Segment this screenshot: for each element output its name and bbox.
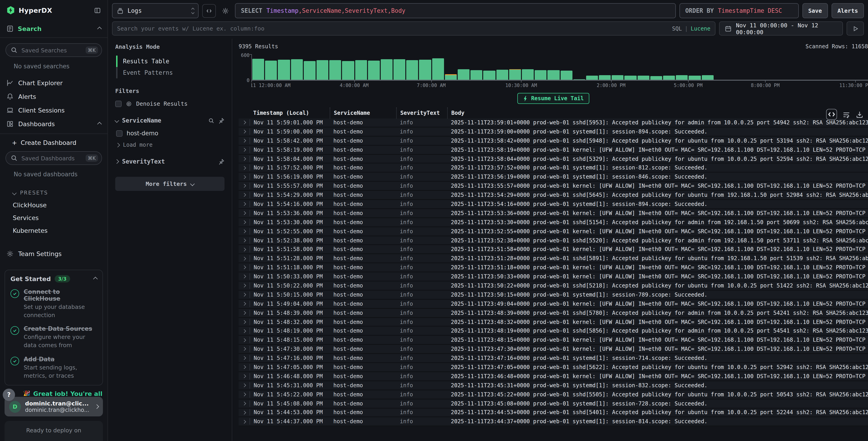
- table-row[interactable]: Nov 11 5:44:37.000 PMhost-demoinfo2025-1…: [239, 417, 868, 427]
- histogram-bar[interactable]: [765, 54, 778, 80]
- expand-row-icon[interactable]: [239, 330, 250, 332]
- table-row[interactable]: Nov 11 5:59:00.000 PMhost-demoinfo2025-1…: [239, 127, 868, 137]
- expand-row-icon[interactable]: [239, 366, 250, 368]
- histogram-bar[interactable]: [354, 54, 367, 80]
- histogram-bar[interactable]: [791, 54, 804, 80]
- table-row[interactable]: Nov 11 5:58:42.000 PMhost-demoinfo2025-1…: [239, 137, 868, 146]
- expand-row-icon[interactable]: [239, 393, 250, 396]
- expand-row-icon[interactable]: [239, 230, 250, 233]
- filter-value-host-demo[interactable]: host-demo: [116, 130, 224, 137]
- histogram-bar[interactable]: [290, 54, 303, 80]
- denoise-checkbox[interactable]: Denoise Results: [115, 100, 224, 107]
- events-histogram[interactable]: 600 0 Nov 11 12:00:00 AM4:00:00 AM7:00:0…: [239, 54, 868, 88]
- pin-icon[interactable]: [218, 117, 224, 124]
- table-row[interactable]: Nov 11 5:53:36.000 PMhost-demoinfo2025-1…: [239, 209, 868, 218]
- expand-row-icon[interactable]: [239, 185, 250, 187]
- column-header-severitytext[interactable]: SeverityText: [396, 108, 447, 118]
- table-row[interactable]: Nov 11 5:47:30.000 PMhost-demoinfo2025-1…: [239, 345, 868, 354]
- histogram-bar[interactable]: [637, 54, 650, 80]
- preset-clickhouse[interactable]: ClickHouse: [0, 199, 107, 211]
- expand-row-icon[interactable]: [239, 348, 250, 350]
- time-range-picker[interactable]: Nov 11 00:00:00 - Nov 12 00:00:00: [719, 22, 843, 35]
- table-row[interactable]: Nov 11 5:58:04.000 PMhost-demoinfo2025-1…: [239, 155, 868, 164]
- wrap-lines-button[interactable]: [842, 111, 850, 118]
- histogram-bar[interactable]: [470, 54, 483, 80]
- table-row[interactable]: Nov 11 5:50:22.000 PMhost-demoinfo2025-1…: [239, 282, 868, 291]
- expand-row-icon[interactable]: [239, 158, 250, 160]
- table-row[interactable]: Nov 11 5:54:29.000 PMhost-demoinfo2025-1…: [239, 191, 868, 200]
- table-row[interactable]: Nov 11 5:48:15.000 PMhost-demoinfo2025-1…: [239, 336, 868, 345]
- histogram-bar[interactable]: [675, 54, 688, 80]
- more-filters-button[interactable]: More filters: [115, 177, 224, 191]
- table-row[interactable]: Nov 11 5:45:31.000 PMhost-demoinfo2025-1…: [239, 381, 868, 390]
- source-selector[interactable]: Logs: [112, 3, 198, 18]
- order-by-input[interactable]: ORDER BYTimestampTime DESC: [679, 3, 799, 18]
- load-more-button[interactable]: Load more: [116, 142, 224, 148]
- expand-row-icon[interactable]: [239, 357, 250, 359]
- histogram-bar[interactable]: [444, 54, 457, 80]
- column-header-timestamp[interactable]: Timestamp (Local): [250, 108, 330, 118]
- sidebar-item-dashboards[interactable]: Dashboards: [0, 117, 107, 131]
- histogram-bar[interactable]: [560, 54, 573, 80]
- histogram-bar[interactable]: [303, 54, 316, 80]
- saved-dashboards-input[interactable]: Saved Dashboards ⌘K: [5, 151, 102, 165]
- table-row[interactable]: Nov 11 5:47:05.000 PMhost-demoinfo2025-1…: [239, 363, 868, 372]
- get-started-item[interactable]: Connect to ClickHouseSet up your databas…: [10, 288, 97, 320]
- expand-row-icon[interactable]: [239, 375, 250, 378]
- table-row[interactable]: Nov 11 5:59:01.000 PMhost-demoinfo2025-1…: [239, 118, 868, 127]
- table-row[interactable]: Nov 11 5:46:48.000 PMhost-demoinfo2025-1…: [239, 372, 868, 381]
- table-row[interactable]: Nov 11 5:52:55.000 PMhost-demoinfo2025-1…: [239, 227, 868, 236]
- expand-row-icon[interactable]: [239, 402, 250, 405]
- expand-row-icon[interactable]: [239, 420, 250, 423]
- run-query-button[interactable]: [846, 22, 864, 35]
- expand-row-icon[interactable]: [239, 257, 250, 260]
- expand-row-icon[interactable]: [239, 167, 250, 169]
- expand-row-icon[interactable]: [239, 203, 250, 205]
- sidebar-item-team-settings[interactable]: Team Settings: [0, 247, 107, 261]
- lucene-toggle[interactable]: Lucene: [691, 25, 710, 32]
- expand-row-icon[interactable]: [239, 176, 250, 178]
- histogram-bar[interactable]: [329, 54, 342, 80]
- table-row[interactable]: Nov 11 5:52:38.000 PMhost-demoinfo2025-1…: [239, 236, 868, 245]
- histogram-bar[interactable]: [419, 54, 432, 80]
- histogram-bar[interactable]: [521, 54, 534, 80]
- histogram-bar[interactable]: [714, 54, 727, 80]
- histogram-bar[interactable]: [830, 54, 842, 80]
- expand-row-icon[interactable]: [239, 149, 250, 151]
- histogram-bar[interactable]: [406, 54, 419, 80]
- get-started-item[interactable]: Add DataStart sending logs, metrics, or …: [10, 356, 97, 380]
- help-button[interactable]: ?: [3, 389, 15, 401]
- histogram-bar[interactable]: [483, 54, 496, 80]
- histogram-bar[interactable]: [701, 54, 714, 80]
- deploy-note[interactable]: Ready to deploy on: [5, 421, 103, 441]
- pin-icon[interactable]: [218, 158, 224, 165]
- preset-kubernetes[interactable]: Kubernetes: [0, 224, 107, 237]
- expand-row-icon[interactable]: [239, 312, 250, 314]
- histogram-bar[interactable]: [342, 54, 354, 80]
- table-row[interactable]: Nov 11 5:54:16.000 PMhost-demoinfo2025-1…: [239, 200, 868, 209]
- table-row[interactable]: Nov 11 5:51:58.000 PMhost-demoinfo2025-1…: [239, 245, 868, 255]
- histogram-bar[interactable]: [727, 54, 740, 80]
- histogram-bar[interactable]: [752, 54, 765, 80]
- histogram-bar[interactable]: [778, 54, 791, 80]
- histogram-bar[interactable]: [367, 54, 380, 80]
- histogram-bar[interactable]: [740, 54, 752, 80]
- resume-live-tail-button[interactable]: Resume Live Tail: [517, 93, 589, 104]
- sidebar-item-chart-explorer[interactable]: Chart Explorer: [0, 76, 107, 90]
- create-dashboard-button[interactable]: + Create Dashboard: [0, 134, 107, 151]
- expand-row-icon[interactable]: [239, 248, 250, 251]
- search-input[interactable]: [117, 25, 668, 32]
- code-view-button[interactable]: [202, 4, 216, 18]
- table-row[interactable]: Nov 11 5:48:19.000 PMhost-demoinfo2025-1…: [239, 327, 868, 336]
- expand-row-icon[interactable]: [239, 293, 250, 296]
- checkbox[interactable]: [115, 100, 122, 107]
- mode-results-table[interactable]: Results Table: [116, 56, 224, 67]
- expand-row-icon[interactable]: [239, 239, 250, 242]
- table-row[interactable]: Nov 11 5:57:52.000 PMhost-demoinfo2025-1…: [239, 164, 868, 173]
- preset-services[interactable]: Services: [0, 211, 107, 224]
- column-header-servicename[interactable]: ServiceName: [330, 108, 396, 118]
- table-row[interactable]: Nov 11 5:53:30.000 PMhost-demoinfo2025-1…: [239, 218, 868, 227]
- filter-group-servicename[interactable]: ServiceName: [115, 117, 224, 124]
- histogram-bar[interactable]: [509, 54, 521, 80]
- table-row[interactable]: Nov 11 5:48:39.000 PMhost-demoinfo2025-1…: [239, 308, 868, 318]
